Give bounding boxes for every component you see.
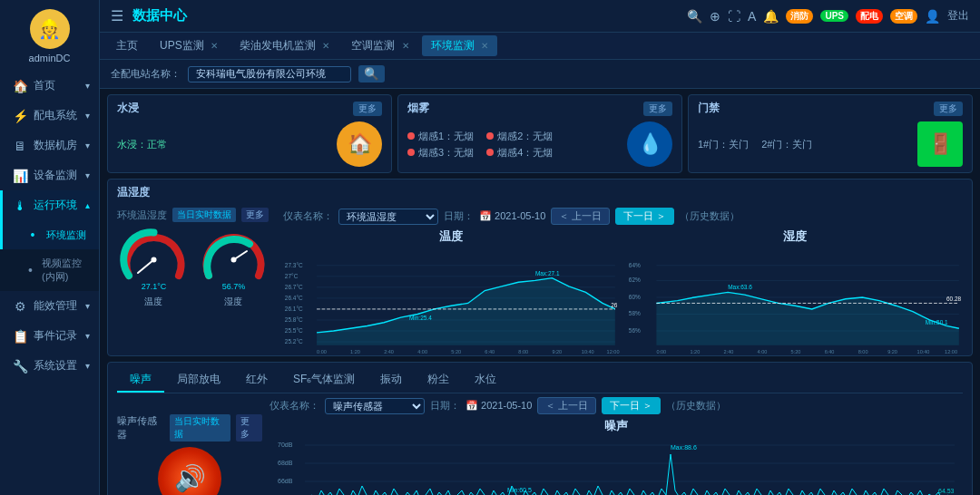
tab-env[interactable]: 环境监测 ✕ bbox=[422, 35, 497, 56]
temp-chart: 温度 27.3°C 27°C 26.7°C 26.4°C 26.1°C 25.8… bbox=[283, 228, 620, 350]
door-card-body: 1#门：关门 2#门：关门 🚪 bbox=[698, 121, 963, 167]
tab-close-icon[interactable]: ✕ bbox=[481, 41, 488, 51]
svg-text:62%: 62% bbox=[628, 277, 640, 283]
search-icon[interactable]: 🔍 bbox=[687, 9, 702, 24]
station-bar: 全配电站名称： 🔍 bbox=[100, 60, 980, 89]
smoke-card-body: 烟感1：无烟 烟感2：无烟 烟感3：无烟 烟感4：无烟 bbox=[407, 121, 672, 167]
svg-text:26: 26 bbox=[611, 302, 618, 308]
noise-prev-day-button[interactable]: ＜ 上一日 bbox=[537, 397, 596, 414]
user-icon[interactable]: 👤 bbox=[925, 9, 940, 24]
datacenter-icon: 🖥 bbox=[12, 139, 28, 153]
door-card: 门禁 更多 1#门：关门 2#门：关门 🚪 bbox=[688, 94, 973, 173]
charts-row: 温度 27.3°C 27°C 26.7°C 26.4°C 26.1°C 25.8… bbox=[283, 228, 963, 350]
sidebar-item-power[interactable]: ⚡ 配电系统 ▾ bbox=[0, 101, 99, 131]
tab-close-icon[interactable]: ✕ bbox=[402, 41, 409, 51]
svg-text:5:20: 5:20 bbox=[790, 349, 800, 354]
door-card-header: 门禁 更多 bbox=[698, 101, 963, 116]
history-label: （历史数据） bbox=[680, 209, 740, 223]
sidebar-item-video[interactable]: • 视频监控(内网) bbox=[0, 249, 99, 291]
badge-ups: UPS bbox=[820, 10, 848, 22]
app-title: 数据中心 bbox=[132, 7, 187, 24]
temp-gauge-svg: 27.1°C bbox=[120, 226, 188, 294]
noise-date-label: 日期： bbox=[430, 399, 460, 412]
noise-chart-container: 70dB 68dB 66dB 64dB 62dB 60dB bbox=[270, 436, 963, 495]
sidebar-username: adminDC bbox=[29, 53, 71, 63]
sidebar-item-events[interactable]: 📋 事件记录 ▾ bbox=[0, 321, 99, 351]
temp-icon: 🌡 bbox=[12, 199, 28, 213]
chart-controls: 仪表名称： 环境温湿度 日期： 📅 2021-05-10 ＜ 上一日 下一日 ＞… bbox=[283, 208, 963, 225]
svg-text:10:40: 10:40 bbox=[916, 349, 929, 354]
sidebar-item-settings[interactable]: 🔧 系统设置 ▾ bbox=[0, 351, 99, 381]
sidebar: 👷 adminDC 🏠 首页 ▾ ⚡ 配电系统 ▾ 🖥 数据机房 ▾ 📊 设备监… bbox=[0, 0, 100, 495]
svg-text:5:20: 5:20 bbox=[451, 349, 461, 354]
noise-tag-live[interactable]: 当日实时数据 bbox=[170, 414, 230, 442]
smoke-dot-2 bbox=[486, 132, 494, 140]
temp-humidity-section: 温湿度 环境温湿度 当日实时数据 更多 bbox=[107, 179, 973, 356]
smoke-card-more[interactable]: 更多 bbox=[643, 102, 672, 116]
noise-instrument-select[interactable]: 噪声传感器 bbox=[325, 398, 425, 414]
svg-text:Min:50.1: Min:50.1 bbox=[925, 319, 947, 325]
btab-partial[interactable]: 局部放电 bbox=[164, 368, 233, 393]
btab-vibration[interactable]: 振动 bbox=[368, 368, 415, 393]
menu-icon[interactable]: ☰ bbox=[111, 7, 123, 24]
badge-ac: 空调 bbox=[890, 9, 917, 24]
prev-day-button[interactable]: ＜ 上一日 bbox=[551, 208, 610, 225]
door-card-more[interactable]: 更多 bbox=[934, 102, 963, 116]
svg-text:Min:60.5: Min:60.5 bbox=[507, 487, 532, 493]
tag-more[interactable]: 更多 bbox=[241, 208, 269, 222]
svg-text:64.53: 64.53 bbox=[938, 488, 955, 494]
noise-tag-more[interactable]: 更多 bbox=[236, 414, 262, 442]
add-icon[interactable]: ⊕ bbox=[710, 9, 720, 24]
btab-water[interactable]: 水位 bbox=[462, 368, 509, 393]
svg-text:25.2°C: 25.2°C bbox=[285, 338, 303, 345]
arrow-icon: ▾ bbox=[85, 141, 90, 150]
noise-title: 噪声传感器 bbox=[117, 414, 164, 442]
badge-power: 配电 bbox=[856, 9, 883, 24]
svg-text:56%: 56% bbox=[628, 327, 640, 334]
svg-marker-47 bbox=[656, 292, 958, 345]
station-input[interactable] bbox=[188, 66, 351, 82]
next-day-button[interactable]: 下一日 ＞ bbox=[615, 208, 674, 225]
svg-text:1:20: 1:20 bbox=[690, 349, 700, 354]
tab-home[interactable]: 主页 bbox=[107, 35, 147, 56]
bottom-section: 噪声 局部放电 红外 SF₆气体监测 振动 粉尘 水位 噪声传感器 当日实时数据… bbox=[107, 362, 973, 495]
bell-icon[interactable]: 🔔 bbox=[763, 9, 779, 24]
svg-text:25.5°C: 25.5°C bbox=[285, 327, 303, 334]
tab-close-icon[interactable]: ✕ bbox=[322, 41, 329, 51]
font-icon[interactable]: A bbox=[748, 9, 756, 24]
svg-point-1 bbox=[151, 257, 156, 263]
svg-line-0 bbox=[138, 260, 154, 274]
water-card-more[interactable]: 更多 bbox=[353, 102, 382, 116]
arrow-icon: ▴ bbox=[85, 200, 90, 210]
tab-ac[interactable]: 空调监测 ✕ bbox=[342, 35, 417, 56]
arrow-icon: ▾ bbox=[85, 331, 90, 341]
date-value: 📅 2021-05-10 bbox=[479, 210, 545, 222]
logout-link[interactable]: 登出 bbox=[947, 8, 969, 24]
sidebar-item-home[interactable]: 🏠 首页 ▾ bbox=[0, 71, 99, 101]
sidebar-item-device[interactable]: 📊 设备监测 ▾ bbox=[0, 160, 99, 190]
tab-close-icon[interactable]: ✕ bbox=[211, 41, 218, 51]
svg-text:70dB: 70dB bbox=[278, 442, 293, 448]
btab-dust[interactable]: 粉尘 bbox=[415, 368, 462, 393]
tag-live[interactable]: 当日实时数据 bbox=[172, 208, 236, 222]
btab-noise[interactable]: 噪声 bbox=[117, 368, 164, 393]
station-search-button[interactable]: 🔍 bbox=[358, 65, 385, 82]
fullscreen-icon[interactable]: ⛶ bbox=[728, 9, 740, 24]
sidebar-item-env-monitor[interactable]: • 环境监测 bbox=[0, 220, 99, 249]
smoke-dot-4 bbox=[486, 149, 494, 156]
noise-instrument-label: 仪表名称： bbox=[270, 399, 319, 412]
noise-next-day-button[interactable]: 下一日 ＞ bbox=[602, 397, 661, 414]
tab-diesel[interactable]: 柴油发电机监测 ✕ bbox=[230, 35, 338, 56]
sidebar-item-datacenter[interactable]: 🖥 数据机房 ▾ bbox=[0, 131, 99, 160]
svg-text:1:20: 1:20 bbox=[350, 349, 360, 354]
date-label: 日期： bbox=[444, 209, 474, 223]
svg-text:Max:63.6: Max:63.6 bbox=[728, 284, 752, 290]
btab-infrared[interactable]: 红外 bbox=[233, 368, 280, 393]
svg-text:64%: 64% bbox=[628, 262, 640, 268]
btab-sf6[interactable]: SF₆气体监测 bbox=[280, 368, 368, 393]
instrument-select[interactable]: 环境温湿度 bbox=[338, 209, 438, 225]
sidebar-item-energy[interactable]: ⚙ 能效管理 ▾ bbox=[0, 291, 99, 321]
tab-ups[interactable]: UPS监测 ✕ bbox=[151, 35, 227, 56]
svg-text:27.1°C: 27.1°C bbox=[141, 282, 166, 291]
sidebar-item-environment[interactable]: 🌡 运行环境 ▴ bbox=[0, 190, 99, 220]
